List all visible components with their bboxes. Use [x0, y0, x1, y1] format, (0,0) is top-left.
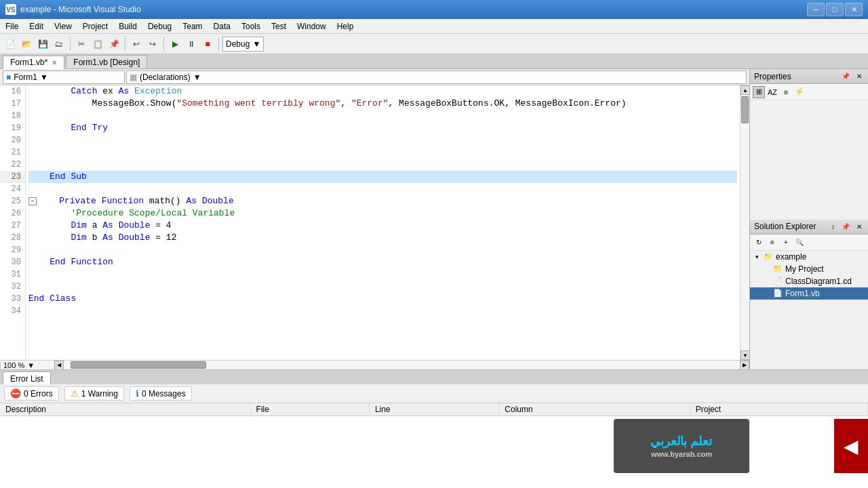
tb-redo[interactable]: ↪: [145, 37, 160, 52]
code-content[interactable]: Catch ex As Exception MessageBox.Show("S…: [26, 85, 740, 360]
code-line[interactable]: End Function: [28, 256, 737, 268]
menu-item-help[interactable]: Help: [332, 19, 359, 33]
menu-item-window[interactable]: Window: [292, 19, 332, 33]
error-filter-badge[interactable]: ⛔0 Errors: [4, 386, 59, 401]
prop-btn-props[interactable]: ≡: [780, 86, 792, 98]
hscroll-track[interactable]: [64, 361, 740, 369]
right-panel: Properties 📌 ✕ ⊞ AZ ≡ ⚡ Solution Explore…: [749, 69, 868, 369]
code-line[interactable]: End Class: [28, 293, 737, 305]
editor-tab[interactable]: Form1.vb [Design]: [66, 55, 147, 68]
code-line[interactable]: [28, 146, 737, 159]
menu-item-tools[interactable]: Tools: [236, 19, 266, 33]
scroll-up[interactable]: ▲: [741, 85, 749, 95]
scroll-track[interactable]: [741, 95, 749, 350]
tb-paste[interactable]: 📌: [106, 37, 121, 52]
menu-item-view[interactable]: View: [49, 19, 77, 33]
tb-new[interactable]: 📄: [3, 37, 18, 52]
sol-filter[interactable]: 🔍: [793, 236, 806, 248]
code-line[interactable]: [28, 159, 737, 171]
code-line[interactable]: End Sub: [28, 171, 737, 183]
menu-item-data[interactable]: Data: [208, 19, 236, 33]
tab-close[interactable]: ✕: [52, 59, 57, 66]
menu-item-file[interactable]: File: [0, 19, 24, 33]
sol-props[interactable]: ≡: [766, 236, 778, 248]
solution-pin[interactable]: 📌: [840, 222, 852, 231]
menu-item-project[interactable]: Project: [77, 19, 113, 33]
solution-close[interactable]: ✕: [854, 222, 864, 231]
code-line[interactable]: Dim b As Double = 12: [28, 232, 737, 244]
line-number: 32: [0, 281, 25, 293]
menu-item-team[interactable]: Team: [177, 19, 208, 33]
tb-run[interactable]: ▶: [167, 37, 182, 52]
editor-tab[interactable]: Form1.vb*✕: [3, 56, 64, 69]
tb-stop[interactable]: ■: [200, 37, 215, 52]
solution-tree-item[interactable]: ▾📁 example: [750, 251, 868, 263]
code-line[interactable]: Catch ex As Exception: [28, 85, 737, 98]
prop-btn-alpha[interactable]: AZ: [766, 86, 778, 98]
class-dropdown[interactable]: ■ Form1 ▼: [3, 70, 125, 84]
properties-close[interactable]: ✕: [854, 72, 864, 81]
code-line[interactable]: − Private Function math() As Double: [28, 195, 737, 207]
code-line[interactable]: End Try: [28, 122, 737, 134]
code-line[interactable]: Dim a As Double = 4: [28, 220, 737, 232]
line-number: 33: [0, 293, 25, 305]
code-line[interactable]: [28, 134, 737, 146]
tb-pause[interactable]: ⏸: [184, 37, 199, 52]
tb-copy[interactable]: 📋: [90, 37, 105, 52]
menu-item-edit[interactable]: Edit: [24, 19, 49, 33]
error-filter-badge[interactable]: ℹ0 Messages: [130, 386, 192, 401]
config-dropdown[interactable]: Debug ▼: [222, 37, 264, 52]
prop-btn-events[interactable]: ⚡: [793, 86, 806, 98]
code-line[interactable]: [28, 110, 737, 122]
tb-save[interactable]: 💾: [35, 37, 50, 52]
toolbar-separator-1: [70, 37, 71, 51]
menu-item-debug[interactable]: Debug: [142, 19, 177, 33]
hscroll-left[interactable]: ◀: [54, 361, 64, 370]
error-filter-badge[interactable]: ⚠1 Warning: [64, 386, 124, 401]
horizontal-scrollbar[interactable]: 100 % ▼ ◀ ▶: [0, 360, 749, 369]
sol-new[interactable]: +: [780, 236, 792, 248]
properties-pin[interactable]: 📌: [840, 72, 852, 81]
zoom-control[interactable]: 100 % ▼: [0, 361, 54, 369]
solution-tree-item[interactable]: 📄 ClassDiagram1.cd: [750, 275, 868, 287]
tb-open[interactable]: 📂: [19, 37, 34, 52]
prop-btn-categorized[interactable]: ⊞: [753, 86, 765, 98]
minimize-button[interactable]: ─: [807, 3, 825, 16]
maximize-button[interactable]: □: [826, 3, 844, 16]
error-table-header[interactable]: Column: [499, 403, 690, 416]
line-number: 17: [0, 98, 25, 110]
code-line[interactable]: [28, 183, 737, 195]
tb-saveall[interactable]: 🗂: [52, 37, 66, 52]
solution-expand[interactable]: ↕: [829, 222, 837, 231]
scroll-down[interactable]: ▼: [741, 350, 749, 360]
code-line[interactable]: [28, 305, 737, 317]
error-table-header[interactable]: Line: [369, 403, 498, 416]
menu-item-build[interactable]: Build: [113, 19, 142, 33]
code-line[interactable]: MessageBox.Show("Something went terribly…: [28, 98, 737, 110]
error-table-header[interactable]: Project: [690, 403, 867, 416]
error-table-header[interactable]: Description: [0, 403, 250, 416]
tb-cut[interactable]: ✂: [74, 37, 89, 52]
tree-expand-icon[interactable]: ▾: [753, 253, 761, 260]
menu-item-test[interactable]: Test: [266, 19, 292, 33]
collapse-button[interactable]: −: [28, 197, 37, 205]
hscroll-thumb[interactable]: [71, 361, 206, 369]
method-dropdown[interactable]: ▦ (Declarations) ▼: [126, 70, 747, 84]
hscroll-right[interactable]: ▶: [740, 361, 749, 370]
tb-undo[interactable]: ↩: [129, 37, 144, 52]
error-table-header[interactable]: File: [250, 403, 369, 416]
code-line[interactable]: [28, 244, 737, 256]
toolbar-separator-3: [163, 37, 164, 51]
solution-tree-item[interactable]: 📁 My Project: [750, 263, 868, 275]
zoom-value: 100 %: [3, 361, 24, 369]
vertical-scrollbar[interactable]: ▲ ▼: [740, 85, 749, 360]
close-button[interactable]: ✕: [845, 3, 863, 16]
code-line[interactable]: 'Procedure Scope/Local Variable: [28, 207, 737, 220]
scroll-thumb[interactable]: [741, 96, 749, 123]
error-list-tab[interactable]: Error List: [3, 371, 51, 385]
code-line[interactable]: [28, 281, 737, 293]
sol-refresh[interactable]: ↻: [753, 236, 765, 248]
code-line[interactable]: [28, 268, 737, 281]
line-numbers: 16171819202122232425262728293031323334: [0, 85, 26, 360]
solution-tree-item[interactable]: 📄 Form1.vb: [750, 287, 868, 300]
